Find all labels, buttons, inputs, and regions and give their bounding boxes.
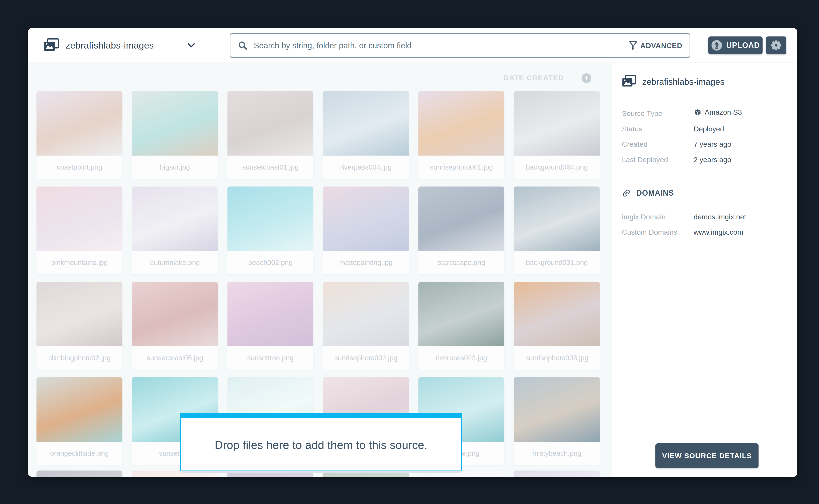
grid-tile[interactable]: background064.png: [514, 91, 600, 179]
grid-tile[interactable]: climbingphoto02.jpg: [36, 282, 122, 370]
thumbnail-image: [418, 471, 504, 477]
grid-tile[interactable]: sunsetcoast01.jpg: [228, 91, 313, 179]
grid-tile[interactable]: [514, 471, 600, 477]
domains-heading: DOMAINS: [622, 188, 674, 198]
filename-label: sunrisephoto002.jpg: [323, 346, 409, 370]
thumbnail-image: [514, 187, 600, 251]
thumbnail-image: [132, 91, 218, 156]
thumbnail-image: [418, 187, 504, 251]
detail-value: 2 years ago: [694, 156, 731, 164]
filename-label: riverpass023.jpg: [418, 346, 504, 370]
domain-label: imgix Domain: [622, 213, 666, 221]
filename-label: mattepainting.jpg: [323, 251, 409, 274]
grid-tile[interactable]: sunsettree.png: [228, 282, 313, 370]
grid-tile[interactable]: sunsetcoast05.jpg: [132, 282, 218, 370]
grid-tile[interactable]: pinkmountains.jpg: [36, 187, 122, 274]
chevron-down-icon: [187, 43, 195, 48]
domain-label: Custom Domains: [622, 228, 677, 236]
thumbnail-image: [36, 282, 122, 346]
thumbnail-image: [228, 91, 313, 156]
grid-tile[interactable]: starsscape.png: [418, 187, 504, 274]
upload-button[interactable]: UPLOAD: [708, 36, 763, 54]
grid-tile[interactable]: sunrisephoto001.jpg: [418, 91, 504, 179]
search-icon: [238, 40, 248, 51]
detail-value: 7 years ago: [694, 140, 731, 148]
funnel-icon: [629, 41, 638, 50]
filename-label: starsscape.png: [418, 251, 504, 274]
domain-value[interactable]: demos.imgix.net: [694, 213, 746, 221]
drop-zone-accent-bar: [181, 414, 461, 418]
search-input[interactable]: [254, 41, 629, 50]
thumbnail-image: [514, 91, 600, 156]
filename-label: beach002.png: [228, 251, 313, 274]
filename-label: pinkmountains.jpg: [36, 251, 122, 274]
upload-icon: [711, 40, 723, 51]
filename-label: orangecliffside.png: [36, 442, 122, 465]
sort-direction-button[interactable]: [581, 73, 591, 83]
stacked-photos-icon: [622, 75, 637, 89]
arrow-up-icon: [583, 75, 589, 81]
thumbnail-image: [514, 377, 600, 442]
detail-label: Last Deployed: [622, 156, 668, 164]
thumbnail-image: [514, 282, 600, 346]
filename-label: riverpass004.jpg: [323, 156, 409, 179]
thumbnail-image: [323, 187, 409, 251]
source-selector[interactable]: zebrafishlabs-images: [43, 28, 195, 63]
filename-label: background031.png: [514, 251, 600, 274]
grid-tile[interactable]: [132, 471, 218, 477]
grid-tile[interactable]: autumnlake.png: [132, 187, 218, 274]
search-bar: ADVANCED: [230, 33, 690, 58]
grid-tile[interactable]: bigsur.jpg: [132, 91, 218, 179]
filename-label: bigsur.jpg: [132, 156, 218, 179]
advanced-label: ADVANCED: [640, 42, 682, 50]
filename-label: sunsetcoast01.jpg: [228, 156, 313, 179]
grid-tile[interactable]: orangecliffside.png: [36, 377, 122, 465]
grid-tile[interactable]: mattepainting.jpg: [323, 187, 409, 274]
panel-title: zebrafishlabs-images: [622, 75, 724, 89]
grid-tile[interactable]: [323, 471, 409, 477]
sort-field-label[interactable]: DATE CREATED: [503, 74, 564, 82]
grid-tile[interactable]: coastpoint.png: [36, 91, 122, 179]
panel-source-name: zebrafishlabs-images: [642, 77, 724, 87]
filename-label: background064.png: [514, 156, 600, 179]
file-drop-zone[interactable]: Drop files here to add them to this sour…: [180, 413, 462, 471]
upload-label: UPLOAD: [726, 41, 760, 50]
filename-label: sunrisephoto001.jpg: [418, 156, 504, 179]
detail-label: Created: [622, 140, 648, 148]
thumbnail-image: [132, 471, 218, 477]
thumbnail-image: [36, 91, 122, 156]
grid-tile[interactable]: beach002.png: [228, 187, 313, 274]
thumbnail-image: [514, 471, 600, 477]
detail-value: Amazon S3: [694, 108, 742, 116]
grid-tile[interactable]: background031.png: [514, 187, 600, 274]
app-window: zebrafishlabs-images ADVANCED: [28, 28, 797, 477]
grid-tile[interactable]: riverpass004.jpg: [323, 91, 409, 179]
thumbnail-image: [323, 471, 409, 477]
grid-tile[interactable]: sunrisephoto003.jpg: [514, 282, 600, 370]
grid-tile[interactable]: [418, 471, 504, 477]
view-source-details-button[interactable]: VIEW SOURCE DETAILS: [656, 443, 759, 468]
grid-tile[interactable]: [36, 471, 122, 477]
gear-icon: [770, 39, 782, 51]
source-details-panel: zebrafishlabs-images Source Type Amazon …: [612, 63, 797, 477]
link-icon: [622, 188, 631, 198]
filename-label: climbingphoto02.jpg: [36, 346, 122, 370]
grid-tile[interactable]: riverpass023.jpg: [418, 282, 504, 370]
grid-tile[interactable]: mistybeach.png: [514, 377, 600, 465]
thumbnail-image: [323, 91, 409, 156]
settings-button[interactable]: [766, 36, 786, 54]
advanced-filter-button[interactable]: ADVANCED: [629, 41, 682, 50]
filename-label: coastpoint.png: [36, 156, 122, 179]
detail-label: Source Type: [622, 109, 662, 118]
grid-tile[interactable]: sunrisephoto002.jpg: [323, 282, 409, 370]
thumbnail-image: [228, 187, 313, 251]
thumbnail-image: [36, 471, 122, 477]
grid-tile[interactable]: [228, 471, 313, 477]
filename-label: autumnlake.png: [132, 251, 218, 274]
detail-label: Status: [622, 125, 642, 133]
filename-label: sunsetcoast05.jpg: [132, 346, 218, 370]
filename-label: mistybeach.png: [514, 442, 600, 465]
detail-value: Deployed: [694, 125, 724, 133]
domain-value[interactable]: www.imgix.com: [694, 228, 743, 236]
filename-label: sunsettree.png: [228, 346, 313, 370]
